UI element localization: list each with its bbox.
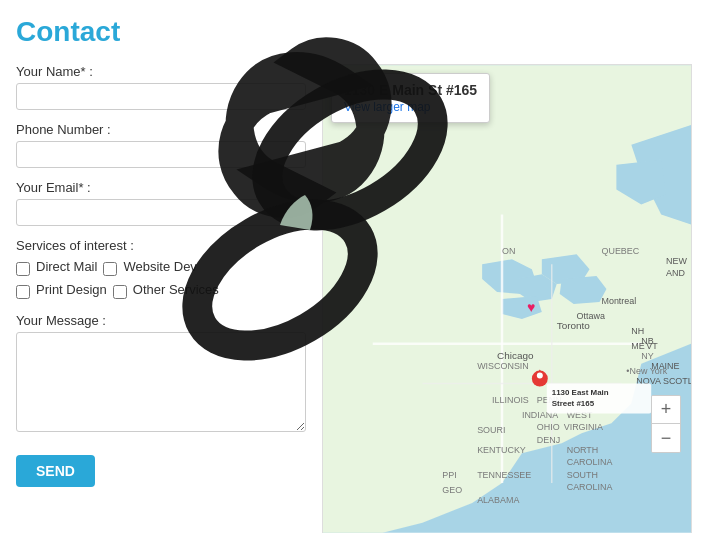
- message-input[interactable]: [16, 332, 306, 432]
- svg-point-40: [537, 373, 543, 379]
- send-button[interactable]: SEND: [16, 455, 95, 487]
- svg-text:KENTUCKY: KENTUCKY: [477, 445, 526, 455]
- svg-text:PPI: PPI: [442, 470, 456, 480]
- name-label: Your Name* :: [16, 64, 306, 79]
- svg-text:CAROLINA: CAROLINA: [567, 482, 613, 492]
- checkbox-row-2: Print Design Other Services: [16, 282, 306, 301]
- email-group: Your Email* :: [16, 180, 306, 226]
- svg-text:ILLINOIS: ILLINOIS: [492, 395, 529, 405]
- svg-text:1130 East Main: 1130 East Main: [552, 388, 609, 397]
- svg-text:WISCONSIN: WISCONSIN: [477, 361, 529, 371]
- zoom-controls: + −: [651, 395, 681, 453]
- svg-text:NH: NH: [631, 326, 644, 336]
- services-label: Services of interest :: [16, 238, 306, 253]
- svg-text:QUEBEC: QUEBEC: [601, 246, 639, 256]
- map-svg: Toronto Chicago Montreal Ottawa NH VT ME…: [323, 65, 691, 533]
- svg-text:ON: ON: [502, 246, 515, 256]
- view-larger-link-top[interactable]: View larger map: [344, 100, 430, 114]
- svg-text:Ottawa: Ottawa: [577, 311, 605, 321]
- svg-text:OHIO: OHIO: [537, 422, 560, 432]
- svg-text:AND: AND: [666, 268, 685, 278]
- svg-text:NORTH: NORTH: [567, 445, 599, 455]
- svg-text:Chicago: Chicago: [497, 350, 534, 361]
- svg-text:Montreal: Montreal: [601, 296, 636, 306]
- checkbox-label-direct-mail: Direct Mail: [36, 259, 97, 274]
- message-group: Your Message :: [16, 313, 306, 435]
- svg-text:TENNESSEE: TENNESSEE: [477, 470, 531, 480]
- checkbox-label-website-dev: Website Dev: [123, 259, 196, 274]
- checkbox-direct-mail[interactable]: [16, 262, 30, 276]
- checkbox-website-dev[interactable]: [103, 262, 117, 276]
- svg-text:ALABAMA: ALABAMA: [477, 495, 519, 505]
- name-group: Your Name* :: [16, 64, 306, 110]
- email-label: Your Email* :: [16, 180, 306, 195]
- svg-text:DENJ: DENJ: [537, 435, 560, 445]
- email-input[interactable]: [16, 199, 306, 226]
- message-label: Your Message :: [16, 313, 306, 328]
- svg-text:SOUTH: SOUTH: [567, 470, 598, 480]
- svg-text:Street #165: Street #165: [552, 399, 595, 408]
- zoom-in-button[interactable]: +: [652, 396, 680, 424]
- svg-text:NY: NY: [641, 351, 653, 361]
- svg-text:♥: ♥: [527, 299, 535, 315]
- contact-form: Your Name* : Phone Number : Your Email* …: [16, 64, 306, 487]
- svg-text:Toronto: Toronto: [557, 320, 591, 331]
- zoom-out-button[interactable]: −: [652, 424, 680, 452]
- checkbox-print-design[interactable]: [16, 285, 30, 299]
- svg-text:NB: NB: [641, 336, 653, 346]
- name-input[interactable]: [16, 83, 306, 110]
- map-panel: Toronto Chicago Montreal Ottawa NH VT ME…: [322, 64, 692, 533]
- svg-text:NEW: NEW: [666, 256, 687, 266]
- checkbox-row-1: Direct Mail Website Dev: [16, 259, 306, 278]
- checkbox-other-services[interactable]: [113, 285, 127, 299]
- map-address: 1130 E Main St #165: [344, 82, 477, 98]
- map-info-box: 1130 E Main St #165 View larger map: [331, 73, 490, 123]
- svg-text:CAROLINA: CAROLINA: [567, 457, 613, 467]
- phone-group: Phone Number :: [16, 122, 306, 168]
- svg-text:GEO: GEO: [442, 485, 462, 495]
- svg-text:VIRGINIA: VIRGINIA: [564, 422, 603, 432]
- page-title: Contact: [16, 16, 690, 48]
- services-group: Services of interest : Direct Mail Websi…: [16, 238, 306, 301]
- checkbox-label-other-services: Other Services: [133, 282, 219, 297]
- phone-label: Phone Number :: [16, 122, 306, 137]
- map-container: Toronto Chicago Montreal Ottawa NH VT ME…: [322, 64, 692, 533]
- checkbox-label-print-design: Print Design: [36, 282, 107, 297]
- svg-text:•New York: •New York: [626, 366, 667, 376]
- svg-text:SOURI: SOURI: [477, 425, 505, 435]
- phone-input[interactable]: [16, 141, 306, 168]
